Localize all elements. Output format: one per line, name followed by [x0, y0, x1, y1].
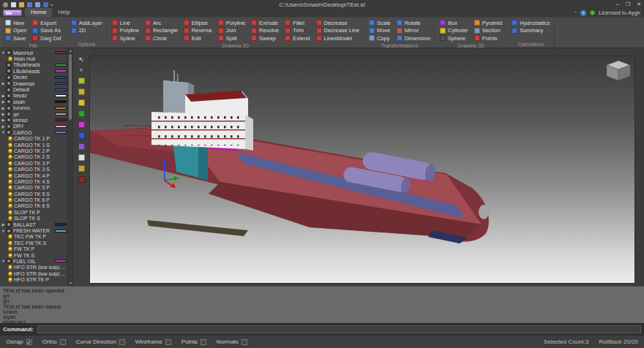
- bulb-icon[interactable]: [8, 203, 12, 208]
- toggle-normals[interactable]: Normals: [217, 338, 247, 345]
- visibility-eye-icon[interactable]: [6, 99, 12, 105]
- ribbon-button-decrease[interactable]: Decrease: [314, 19, 362, 27]
- visibility-eye-icon[interactable]: [6, 93, 12, 99]
- print-icon[interactable]: [43, 2, 48, 7]
- tree-item-lbulkheads[interactable]: LBulkheads: [1, 68, 67, 74]
- bulb-icon[interactable]: [8, 167, 12, 172]
- layer-tool-2-icon[interactable]: [76, 87, 86, 97]
- bulb-icon[interactable]: [8, 154, 12, 159]
- bulb-icon[interactable]: [8, 192, 12, 197]
- bulb-icon[interactable]: [8, 179, 12, 184]
- color-white-icon[interactable]: [76, 153, 86, 162]
- checkbox-icon[interactable]: [60, 339, 66, 345]
- expand-arrow-icon[interactable]: ▶: [1, 112, 6, 116]
- tree-subitem-cargo-tk-4-s[interactable]: CARGO TK 4 S: [1, 178, 67, 184]
- ribbon-button-dimension[interactable]: Dimension: [394, 34, 433, 42]
- tree-subitem-cargo-tk-6-s[interactable]: CARGO TK 6 S: [1, 203, 67, 209]
- ribbon-button-addlayer[interactable]: AddLayer: [69, 19, 105, 27]
- ribbon-button-open[interactable]: Open: [3, 27, 29, 35]
- ribbon-button-ellipse[interactable]: Ellipse: [181, 19, 214, 27]
- ribbon-button-linesmodel[interactable]: LinesModel: [314, 34, 362, 42]
- ribbon-button-dwg-dxf[interactable]: Dwg Dxf: [30, 34, 63, 42]
- tree-item-fresh-water[interactable]: ▼FRESH WATER: [1, 227, 67, 233]
- layer-color-swatch[interactable]: [55, 76, 67, 79]
- bulb-icon[interactable]: [8, 253, 12, 258]
- bulb-icon[interactable]: [8, 143, 12, 148]
- bulb-icon[interactable]: [8, 148, 12, 154]
- tree-subitem-hfo-str-low-sulp[interactable]: HFO STR (low sulp) ...: [1, 265, 67, 271]
- scroll-down-icon[interactable]: ▼: [68, 281, 73, 286]
- ribbon-button-box[interactable]: Box: [438, 19, 471, 27]
- checkbox-icon[interactable]: [165, 339, 171, 345]
- ribbon-button-copy[interactable]: Copy: [367, 34, 393, 42]
- ribbon-button-fillet[interactable]: Fillet: [282, 19, 312, 27]
- visibility-eye-icon[interactable]: [6, 50, 12, 56]
- select-pointer-icon[interactable]: ↖: [76, 54, 86, 64]
- visibility-eye-icon[interactable]: [6, 80, 12, 86]
- toggle-wireframe[interactable]: Wireframe: [135, 338, 171, 345]
- tree-item-kirmizi[interactable]: ▶kirmizi: [1, 117, 67, 123]
- visibility-eye-icon[interactable]: [6, 68, 12, 74]
- layer-color-swatch[interactable]: [55, 64, 67, 67]
- view-cube-icon[interactable]: [607, 61, 630, 80]
- color-green-icon[interactable]: [76, 109, 86, 118]
- visibility-eye-icon[interactable]: [6, 62, 12, 68]
- tree-subitem-cargo-tk-5-p[interactable]: CARGO TK 5 P: [1, 185, 67, 191]
- ribbon-button-sweep[interactable]: Sweep: [249, 34, 281, 42]
- layer-color-swatch[interactable]: [55, 82, 67, 85]
- collapse-arrow-icon[interactable]: ▼: [1, 50, 6, 55]
- ribbon-button-reverse[interactable]: Reverse: [181, 27, 214, 35]
- tree-item-drawings[interactable]: ▶Drawings: [1, 80, 67, 86]
- ribbon-button-extrude[interactable]: Extrude: [249, 19, 281, 27]
- save-all-icon[interactable]: [35, 2, 40, 7]
- minimize-button[interactable]: –: [616, 1, 619, 7]
- checkbox-icon[interactable]: [242, 339, 247, 345]
- expand-arrow-icon[interactable]: ▶: [1, 118, 6, 122]
- collapse-arrow-icon[interactable]: ▼: [1, 259, 6, 263]
- ribbon-button-trim[interactable]: Trim: [282, 27, 312, 35]
- tool-purple-icon[interactable]: [76, 142, 86, 151]
- close-button[interactable]: ✕: [637, 1, 641, 7]
- bulb-icon[interactable]: [8, 216, 12, 221]
- tree-subitem-hfo-str-tk-p[interactable]: HFO STR TK P: [1, 276, 67, 282]
- ribbon-button-new[interactable]: New: [3, 19, 29, 27]
- tree-subitem-cargo-tk-5-s[interactable]: CARGO TK 5 S: [1, 191, 67, 197]
- ribbon-button-spline[interactable]: Spline: [110, 34, 141, 42]
- tree-item-fuel-oil[interactable]: ▼FUEL OIL: [1, 258, 67, 264]
- tree-item-gri[interactable]: ▶gri: [1, 111, 67, 117]
- tree-subitem-fw-tk-s[interactable]: FW TK S: [1, 252, 67, 258]
- tree-scrollbar[interactable]: ▲ ▼: [67, 48, 72, 286]
- bulb-icon[interactable]: [8, 161, 12, 166]
- layer-color-swatch[interactable]: [55, 125, 67, 128]
- layer-color-swatch[interactable]: [55, 69, 67, 72]
- visibility-eye-icon[interactable]: [6, 124, 12, 129]
- ribbon-button-split[interactable]: Split: [216, 34, 247, 42]
- layer-tool-3-icon[interactable]: [76, 98, 86, 107]
- ribbon-button-export[interactable]: Export: [30, 19, 63, 27]
- bulb-icon[interactable]: [8, 246, 12, 251]
- layer-color-swatch[interactable]: [55, 230, 67, 232]
- visibility-eye-icon[interactable]: [6, 222, 12, 227]
- scroll-thumb[interactable]: [69, 54, 72, 120]
- ribbon-button-decrease-line[interactable]: Decrease Line: [314, 27, 362, 35]
- ribbon-button-summary[interactable]: Summary: [509, 27, 552, 35]
- visibility-eye-icon[interactable]: [6, 117, 12, 123]
- toggle-osnap[interactable]: Osnap✓: [6, 338, 32, 345]
- layer-color-swatch[interactable]: [55, 118, 67, 121]
- collapse-arrow-icon[interactable]: ▼: [1, 130, 6, 135]
- tree-subitem-slop-tk-p[interactable]: SLOP TK P: [1, 209, 67, 215]
- ribbon-button-mirror[interactable]: Mirror: [394, 27, 433, 35]
- tree-item-tbulkheads[interactable]: TBulkheads: [1, 62, 67, 68]
- ribbon-button-revolve[interactable]: Revolve: [249, 27, 281, 35]
- expand-arrow-icon[interactable]: ▶: [1, 222, 6, 227]
- layer-color-swatch[interactable]: [55, 223, 67, 226]
- tree-item-mainhull[interactable]: ▼MainHull: [1, 50, 67, 56]
- bulb-icon[interactable]: [8, 241, 12, 246]
- ribbon-button-points[interactable]: Points: [472, 34, 505, 42]
- bulb-icon[interactable]: [8, 173, 12, 178]
- command-input[interactable]: [37, 325, 641, 333]
- visibility-eye-icon[interactable]: [6, 105, 12, 111]
- tree-subitem-cargo-tk-2-p[interactable]: CARGO TK 2 P: [1, 148, 67, 154]
- layer-color-swatch[interactable]: [55, 131, 67, 134]
- bulb-icon[interactable]: [8, 271, 12, 276]
